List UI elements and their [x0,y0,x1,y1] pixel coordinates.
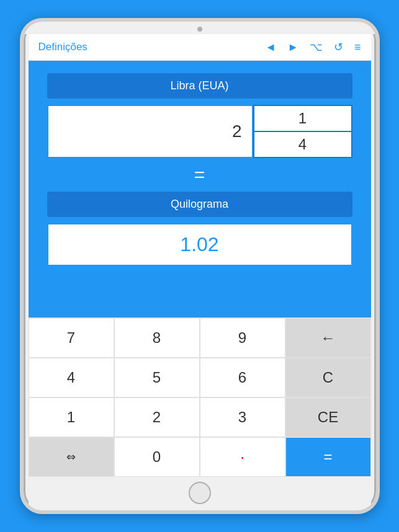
keypad: 7 8 9 ← 4 5 6 C 1 2 3 CE ⇔ 0 · = [29,317,371,477]
fraction-box: 1 4 [253,105,352,158]
fraction-denominator: 4 [254,132,351,157]
to-unit-label[interactable]: Quilograma [47,192,352,217]
result-value: 1.02 [47,223,352,266]
key-swap[interactable]: ⇔ [29,437,114,477]
toolbar: Definições ◄ ► ⌥ ↺ ≡ [29,34,371,61]
input-row: 2 1 4 [47,105,352,158]
key-2[interactable]: 2 [114,397,200,437]
fraction-numerator: 1 [254,106,351,132]
converter-area: Libra (EUA) 2 1 4 = Quilograma 1.02 [29,61,371,317]
key-ce[interactable]: CE [285,397,371,437]
key-1[interactable]: 1 [29,397,114,437]
equals-display: = [194,164,205,185]
key-8[interactable]: 8 [114,318,200,358]
key-7[interactable]: 7 [29,318,114,358]
option-icon[interactable]: ⌥ [310,40,323,54]
page-title: Definições [38,41,87,53]
tablet-top [24,22,376,34]
key-backspace[interactable]: ← [285,318,371,358]
tablet-bottom [29,477,371,510]
key-equals[interactable]: = [285,437,371,477]
forward-icon[interactable]: ► [287,41,298,54]
key-clear[interactable]: C [285,358,371,397]
tablet-content: Definições ◄ ► ⌥ ↺ ≡ Libra (EUA) 2 1 4 =… [29,34,371,477]
main-input[interactable]: 2 [47,105,253,158]
tablet: Definições ◄ ► ⌥ ↺ ≡ Libra (EUA) 2 1 4 =… [20,18,380,514]
toolbar-icons: ◄ ► ⌥ ↺ ≡ [265,40,361,54]
key-4[interactable]: 4 [29,358,114,397]
home-button[interactable] [189,482,211,504]
key-5[interactable]: 5 [114,358,200,397]
camera [197,27,202,32]
key-0[interactable]: 0 [114,437,200,477]
key-3[interactable]: 3 [200,397,285,437]
key-dot[interactable]: · [200,437,285,477]
back-icon[interactable]: ◄ [265,41,276,54]
from-unit-label[interactable]: Libra (EUA) [47,73,352,99]
menu-icon[interactable]: ≡ [354,41,361,54]
key-9[interactable]: 9 [200,318,285,358]
undo-icon[interactable]: ↺ [334,40,343,54]
key-6[interactable]: 6 [200,358,285,397]
